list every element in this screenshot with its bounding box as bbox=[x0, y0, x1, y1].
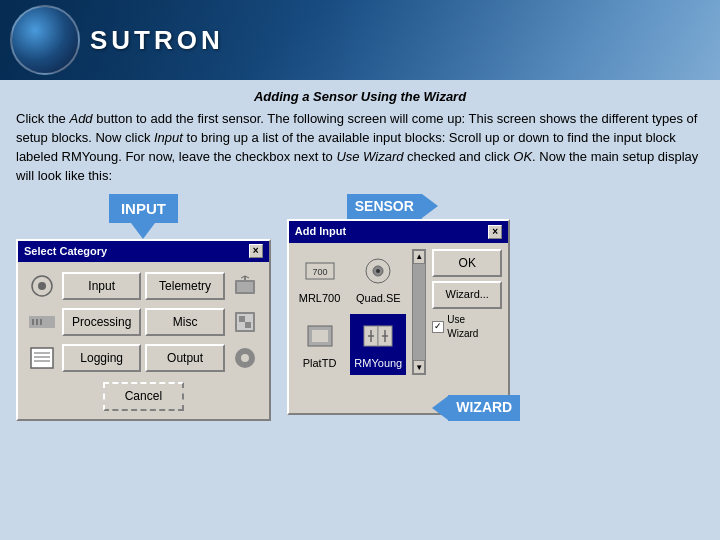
quadse-label: Quad.SE bbox=[356, 291, 401, 306]
quadse-item[interactable]: Quad.SE bbox=[350, 249, 406, 310]
main-content: Adding a Sensor Using the Wizard Click t… bbox=[0, 80, 720, 429]
rmyoung-item[interactable]: RMYoung bbox=[350, 314, 406, 375]
use-wizard-text: Use Wizard bbox=[447, 313, 478, 341]
wizard-button[interactable]: Wizard... bbox=[432, 281, 502, 308]
platd-icon bbox=[302, 318, 338, 354]
scroll-down-btn[interactable]: ▼ bbox=[413, 360, 425, 374]
misc-icon bbox=[229, 306, 261, 338]
dialogs-row: INPUT Select Category × bbox=[16, 194, 704, 421]
processing-icon bbox=[26, 306, 58, 338]
input-arrow bbox=[131, 223, 155, 239]
ok-button[interactable]: OK bbox=[432, 249, 502, 278]
svg-rect-13 bbox=[239, 316, 245, 322]
add-input-body: 700 MRL700 bbox=[289, 243, 508, 382]
section-title: Adding a Sensor Using the Wizard bbox=[16, 88, 704, 106]
select-category-body: Input Telemetry bbox=[18, 262, 269, 419]
svg-text:700: 700 bbox=[312, 267, 327, 277]
output-icon bbox=[229, 342, 261, 374]
svg-point-1 bbox=[38, 282, 46, 290]
select-category-titlebar: Select Category × bbox=[18, 241, 269, 262]
globe-logo bbox=[10, 5, 80, 75]
add-input-close-btn[interactable]: × bbox=[488, 225, 502, 239]
header: SUTRON bbox=[0, 0, 720, 80]
use-wizard-checkbox[interactable]: ✓ bbox=[432, 321, 444, 333]
wizard-annotation: WIZARD bbox=[448, 395, 520, 421]
ok-link: OK bbox=[513, 149, 532, 164]
select-category-title: Select Category bbox=[24, 244, 107, 259]
svg-point-20 bbox=[241, 354, 249, 362]
platd-item[interactable]: PlatTD bbox=[295, 314, 345, 375]
platd-label: PlatTD bbox=[303, 356, 337, 371]
sensor-arrow bbox=[422, 194, 438, 218]
svg-point-27 bbox=[376, 269, 380, 273]
scroll-up-btn[interactable]: ▲ bbox=[413, 250, 425, 264]
sensor-annotation: SENSOR bbox=[347, 194, 422, 220]
sensor-list-2: Quad.SE bbox=[350, 249, 406, 376]
right-panel: OK Wizard... ✓ Use Wizard bbox=[432, 249, 502, 376]
add-input-wrapper: SENSOR Add Input × bbox=[287, 194, 510, 421]
input-link: Input bbox=[154, 130, 183, 145]
mrl700-label: MRL700 bbox=[299, 291, 341, 306]
add-link: Add bbox=[69, 111, 92, 126]
svg-rect-15 bbox=[31, 348, 53, 368]
scroll-track bbox=[413, 264, 425, 361]
use-wizard-link: Use Wizard bbox=[336, 149, 403, 164]
add-input-title: Add Input bbox=[295, 224, 346, 239]
logo-text: SUTRON bbox=[90, 25, 224, 56]
svg-rect-3 bbox=[237, 282, 253, 292]
cancel-button[interactable]: Cancel bbox=[103, 382, 184, 411]
input-annotation: INPUT bbox=[109, 194, 178, 223]
add-input-dialog: Add Input × 700 bbox=[287, 219, 510, 415]
input-button[interactable]: Input bbox=[62, 272, 141, 300]
processing-button[interactable]: Processing bbox=[62, 308, 141, 336]
svg-rect-24 bbox=[312, 330, 328, 342]
svg-rect-14 bbox=[245, 322, 251, 328]
telemetry-button[interactable]: Telemetry bbox=[145, 272, 224, 300]
quadse-icon bbox=[360, 253, 396, 289]
wizard-arrow bbox=[432, 396, 448, 420]
rmyoung-label: RMYoung bbox=[354, 356, 402, 371]
select-category-dialog: Select Category × Input bbox=[16, 239, 271, 421]
logging-icon bbox=[26, 342, 58, 374]
mrl700-item[interactable]: 700 MRL700 bbox=[295, 249, 345, 310]
output-button[interactable]: Output bbox=[145, 344, 224, 372]
category-grid: Input Telemetry bbox=[26, 270, 261, 374]
desc-line1: Click the Add button to add the first se… bbox=[16, 111, 698, 183]
telemetry-icon bbox=[229, 270, 261, 302]
cancel-area: Cancel bbox=[26, 382, 261, 411]
misc-button[interactable]: Misc bbox=[145, 308, 224, 336]
select-category-wrapper: INPUT Select Category × bbox=[16, 194, 271, 421]
input-icon bbox=[26, 270, 58, 302]
use-wizard-row: ✓ Use Wizard bbox=[432, 313, 502, 341]
scrollbar[interactable]: ▲ ▼ bbox=[412, 249, 426, 376]
add-input-titlebar: Add Input × bbox=[289, 221, 508, 242]
logging-button[interactable]: Logging bbox=[62, 344, 141, 372]
description-text: Click the Add button to add the first se… bbox=[16, 110, 704, 185]
select-category-close-btn[interactable]: × bbox=[249, 244, 263, 258]
mrl700-icon: 700 bbox=[302, 253, 338, 289]
sensor-list: 700 MRL700 bbox=[295, 249, 345, 376]
rmyoung-icon bbox=[360, 318, 396, 354]
